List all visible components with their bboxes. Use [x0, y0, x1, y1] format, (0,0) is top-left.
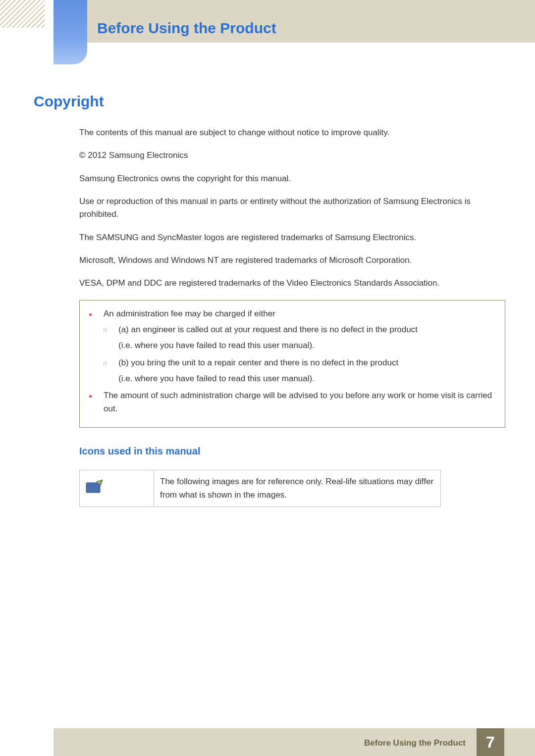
chapter-title: Before Using the Product [97, 20, 276, 37]
paragraph: The SAMSUNG and SyncMaster logos are reg… [79, 231, 505, 244]
icon-cell [80, 470, 154, 507]
body-content: The contents of this manual are subject … [79, 126, 505, 507]
footer-chapter-label: Before Using the Product [364, 738, 466, 748]
paragraph: The contents of this manual are subject … [79, 126, 505, 139]
note-bullet-text: An administration fee may be charged if … [104, 307, 275, 320]
paragraph: VESA, DPM and DDC are registered tradema… [79, 277, 505, 290]
chapter-tab [54, 0, 87, 64]
paragraph: Use or reproduction of this manual in pa… [79, 195, 505, 221]
paragraph: Samsung Electronics owns the copyright f… [79, 172, 505, 185]
note-sub-text: (a) an engineer is called out at your re… [118, 323, 418, 336]
paragraph: © 2012 Samsung Electronics [79, 149, 505, 162]
page-number: 7 [477, 728, 504, 756]
note-sub-text: (b) you bring the unit to a repair cente… [118, 356, 398, 369]
bullet-icon: ● [89, 307, 104, 320]
sub-bullet-icon: □ [104, 356, 118, 369]
note-sub-text: (i.e. where you have failed to read this… [118, 372, 496, 385]
reference-image-icon [86, 479, 104, 494]
icon-description: The following images are for reference o… [154, 470, 441, 507]
svg-rect-0 [86, 483, 100, 493]
bullet-icon: ● [89, 389, 104, 415]
decorative-stripes [0, 0, 45, 28]
section-title: Copyright [34, 93, 104, 110]
icons-table: The following images are for reference o… [79, 470, 441, 507]
note-sub-text: (i.e. where you have failed to read this… [118, 339, 496, 352]
sub-bullet-icon: □ [104, 323, 118, 336]
paragraph: Microsoft, Windows and Windows NT are re… [79, 254, 505, 267]
subsection-title: Icons used in this manual [79, 444, 505, 459]
note-bullet-text: The amount of such administration charge… [104, 389, 496, 415]
note-box: ● An administration fee may be charged i… [79, 300, 505, 428]
